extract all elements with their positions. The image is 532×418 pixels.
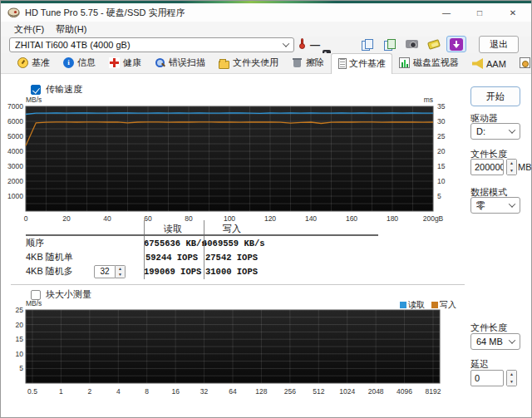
spinner-down-icon[interactable]: ▼ bbox=[116, 272, 125, 278]
write-value: 27542 IOPS bbox=[202, 253, 262, 263]
svg-text:15: 15 bbox=[16, 335, 24, 343]
menu-help[interactable]: 帮助(H) bbox=[56, 23, 86, 36]
minimize-button[interactable]: — bbox=[430, 3, 463, 22]
svg-text:20: 20 bbox=[437, 147, 446, 155]
svg-text:180: 180 bbox=[387, 214, 398, 223]
svg-text:16: 16 bbox=[171, 387, 180, 396]
spinner-arrows[interactable]: ▲▼ bbox=[506, 159, 517, 175]
svg-text:512: 512 bbox=[313, 387, 324, 396]
screenshot-button[interactable] bbox=[401, 36, 421, 52]
maximize-button[interactable]: □ bbox=[463, 3, 496, 22]
menu-bar: 文件(F) 帮助(H) bbox=[1, 22, 532, 37]
write-column-header: 写入 bbox=[202, 223, 262, 235]
delay-label: 延迟 bbox=[470, 358, 489, 371]
svg-text:MB/s: MB/s bbox=[26, 96, 42, 104]
tab-info[interactable]: 信息 bbox=[57, 52, 102, 73]
tab-label: 信息 bbox=[77, 57, 96, 69]
drive-select[interactable]: ZHITAI Ti600 4TB (4000 gB) bbox=[9, 37, 294, 52]
benchmark-icon bbox=[17, 57, 28, 68]
tab-erase[interactable]: 擦除 bbox=[285, 52, 331, 73]
svg-text:32: 32 bbox=[200, 387, 209, 396]
window-title: HD Tune Pro 5.75 - 硬盘/SSD 实用程序 bbox=[25, 7, 185, 19]
spinner-up-icon[interactable]: ▲ bbox=[507, 371, 516, 378]
spinner-arrows[interactable]: ▲▼ bbox=[506, 370, 517, 386]
tab-file[interactable]: 文件基准 bbox=[331, 53, 392, 74]
svg-text:7000: 7000 bbox=[7, 102, 23, 111]
tab-aam[interactable]: AAM bbox=[466, 54, 513, 73]
thermometer-icon bbox=[300, 38, 304, 49]
delay-spinner[interactable]: ▲▼ bbox=[470, 370, 517, 386]
svg-text:25: 25 bbox=[16, 306, 24, 314]
scan-icon bbox=[155, 57, 165, 68]
spinner-arrows[interactable]: ▲▼ bbox=[116, 265, 126, 278]
start-button[interactable]: 开始 bbox=[470, 86, 520, 106]
copy-green-icon bbox=[384, 39, 395, 49]
menu-file[interactable]: 文件(F) bbox=[14, 23, 44, 36]
row-label: 4KB 随机单 bbox=[26, 251, 94, 263]
svg-text:4: 4 bbox=[116, 387, 121, 396]
copy-text-button[interactable] bbox=[357, 36, 377, 52]
read-value: 6755636 KB/s bbox=[144, 239, 202, 248]
svg-text:140: 140 bbox=[305, 214, 317, 223]
svg-text:20: 20 bbox=[16, 321, 24, 329]
queue-depth-spinner[interactable]: ▲▼ bbox=[94, 265, 144, 278]
svg-text:5000: 5000 bbox=[7, 132, 23, 140]
svg-text:2048: 2048 bbox=[368, 387, 384, 396]
spinner-down-icon[interactable]: ▼ bbox=[507, 167, 516, 175]
app-window: HD Tune Pro 5.75 - 硬盘/SSD 实用程序 — □ ✕ 文件(… bbox=[0, 0, 532, 418]
file-icon bbox=[338, 58, 347, 69]
tab-health[interactable]: 健康 bbox=[102, 52, 148, 73]
spinner-down-icon[interactable]: ▼ bbox=[507, 378, 516, 386]
monitor-icon bbox=[399, 57, 410, 68]
read-value: 59244 IOPS bbox=[144, 253, 202, 263]
delay-input[interactable] bbox=[470, 370, 504, 386]
block-file-length-combo[interactable]: 64 MB bbox=[470, 333, 520, 350]
capture-active-button[interactable] bbox=[446, 36, 466, 52]
drive-combo[interactable]: D: bbox=[470, 123, 520, 140]
chevron-down-icon bbox=[509, 337, 515, 343]
save-yellow-icon bbox=[427, 39, 441, 50]
tab-label: 擦除 bbox=[306, 57, 324, 69]
tab-scan[interactable]: 错误扫描 bbox=[148, 52, 212, 73]
spinner-up-icon[interactable]: ▲ bbox=[116, 266, 125, 272]
data-mode-combo[interactable]: 零 bbox=[470, 197, 520, 214]
tab-folder[interactable]: 文件夹使用 bbox=[212, 52, 285, 73]
file-length-input[interactable] bbox=[470, 159, 504, 175]
svg-text:1024: 1024 bbox=[339, 387, 355, 396]
tab-random[interactable]: 随机访问 bbox=[513, 52, 532, 73]
tab-label: 磁盘监视器 bbox=[413, 57, 459, 69]
block-file-length-label: 文件长度 bbox=[470, 322, 507, 334]
svg-text:15: 15 bbox=[437, 162, 446, 170]
svg-text:10: 10 bbox=[437, 177, 446, 185]
svg-text:0.5: 0.5 bbox=[27, 387, 37, 396]
spinner-up-icon[interactable]: ▲ bbox=[507, 160, 516, 167]
write-value: 31000 IOPS bbox=[202, 267, 262, 277]
queue-depth-input[interactable] bbox=[94, 265, 116, 278]
erase-icon bbox=[292, 57, 303, 68]
save-button[interactable] bbox=[424, 36, 444, 52]
block-file-length-value: 64 MB bbox=[476, 337, 506, 347]
svg-text:ms: ms bbox=[424, 96, 433, 104]
chevron-down-icon bbox=[509, 200, 515, 207]
camera-icon bbox=[406, 40, 418, 48]
copy-image-button[interactable] bbox=[379, 36, 399, 52]
tab-label: 文件基准 bbox=[349, 57, 386, 70]
tab-label: 基准 bbox=[32, 57, 50, 69]
row-label: 顺序 bbox=[26, 237, 94, 249]
drive-select-value: ZHITAI Ti600 4TB (4000 gB) bbox=[15, 40, 280, 50]
row-label: 4KB 随机多 bbox=[26, 265, 94, 278]
svg-text:MB/s: MB/s bbox=[26, 299, 42, 307]
file-length-spinner[interactable]: ▲▼ bbox=[470, 159, 517, 175]
svg-text:120: 120 bbox=[264, 214, 276, 223]
svg-text:4096: 4096 bbox=[397, 387, 412, 396]
tab-monitor[interactable]: 磁盘监视器 bbox=[392, 52, 466, 73]
exit-button[interactable]: 退出 bbox=[479, 36, 519, 53]
health-icon bbox=[109, 57, 120, 68]
close-button[interactable]: ✕ bbox=[496, 3, 530, 22]
screenshot-purple-icon bbox=[450, 38, 463, 51]
svg-text:5: 5 bbox=[437, 192, 441, 200]
tab-benchmark[interactable]: 基准 bbox=[11, 52, 57, 73]
folder-icon bbox=[219, 61, 229, 69]
tab-label: 健康 bbox=[123, 57, 141, 69]
svg-text:256: 256 bbox=[284, 387, 296, 396]
